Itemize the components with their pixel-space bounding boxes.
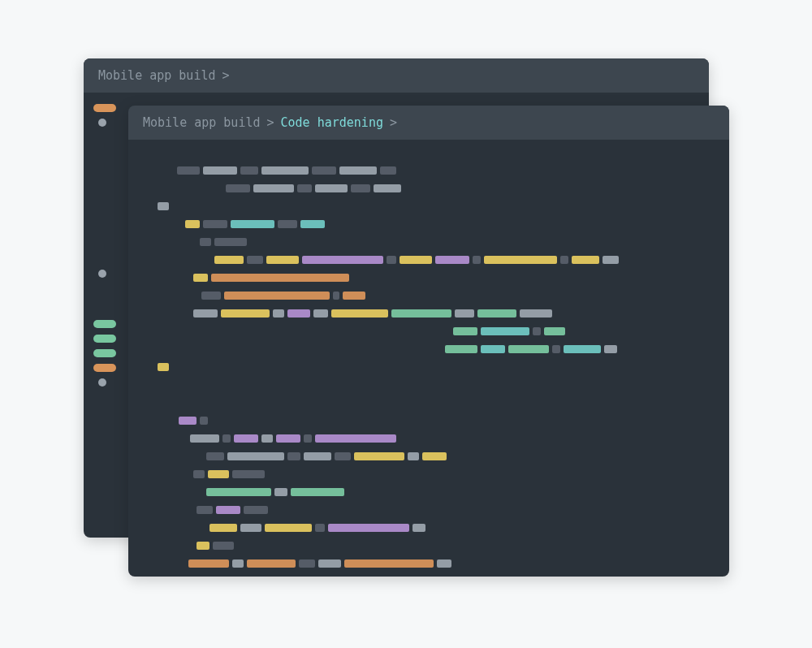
code-token bbox=[190, 434, 219, 443]
code-token bbox=[408, 452, 419, 460]
code-token bbox=[266, 256, 299, 264]
breadcrumb-item-active[interactable]: Code hardening bbox=[281, 115, 383, 130]
code-token bbox=[209, 524, 237, 532]
code-token bbox=[437, 559, 451, 568]
code-row bbox=[158, 307, 711, 320]
code-token bbox=[318, 559, 341, 568]
code-token bbox=[315, 434, 396, 443]
code-token bbox=[354, 452, 404, 460]
code-token bbox=[206, 452, 224, 460]
code-token bbox=[533, 327, 541, 335]
code-token bbox=[222, 434, 231, 443]
titlebar: Mobile app build > bbox=[84, 58, 709, 93]
status-pill bbox=[93, 335, 116, 343]
code-row bbox=[158, 343, 711, 356]
code-token bbox=[208, 470, 229, 478]
code-row bbox=[158, 218, 711, 231]
code-token bbox=[234, 434, 258, 443]
code-token bbox=[552, 345, 560, 353]
code-token bbox=[265, 524, 312, 532]
log-body bbox=[128, 140, 729, 572]
breadcrumb[interactable]: Mobile app build > bbox=[98, 68, 230, 83]
code-token bbox=[351, 184, 370, 192]
code-token bbox=[380, 166, 396, 175]
code-token bbox=[211, 274, 349, 282]
code-row bbox=[158, 414, 711, 427]
code-token bbox=[247, 256, 263, 264]
code-token bbox=[206, 488, 271, 496]
code-row bbox=[158, 200, 711, 213]
code-token bbox=[214, 256, 244, 264]
code-token bbox=[564, 345, 601, 353]
code-token bbox=[177, 166, 200, 175]
code-token bbox=[391, 309, 451, 318]
code-token bbox=[481, 327, 529, 335]
breadcrumb-item[interactable]: Mobile app build bbox=[143, 115, 261, 130]
chevron-right-icon: > bbox=[390, 115, 397, 130]
code-token bbox=[278, 220, 297, 228]
code-token bbox=[273, 309, 284, 318]
code-row bbox=[158, 503, 711, 516]
status-pill bbox=[93, 104, 116, 112]
code-token bbox=[276, 434, 300, 443]
breadcrumb-item[interactable]: Mobile app build bbox=[98, 68, 216, 83]
code-token bbox=[374, 184, 401, 192]
code-token bbox=[508, 345, 549, 353]
code-token bbox=[300, 220, 325, 228]
code-token bbox=[188, 559, 229, 568]
code-token bbox=[247, 559, 296, 568]
code-token bbox=[453, 327, 477, 335]
code-token bbox=[484, 256, 557, 264]
code-token bbox=[455, 309, 474, 318]
code-token bbox=[435, 256, 469, 264]
code-row bbox=[158, 468, 711, 481]
code-token bbox=[304, 452, 331, 460]
status-pill bbox=[93, 349, 116, 357]
code-token bbox=[240, 166, 258, 175]
code-token bbox=[302, 256, 383, 264]
code-token bbox=[158, 202, 169, 210]
code-token bbox=[197, 542, 209, 550]
code-row bbox=[158, 450, 711, 463]
code-token bbox=[344, 559, 434, 568]
status-dot bbox=[98, 378, 106, 387]
code-token bbox=[339, 166, 377, 175]
code-token bbox=[261, 166, 309, 175]
code-token bbox=[203, 166, 237, 175]
code-token bbox=[287, 309, 310, 318]
code-token bbox=[193, 470, 205, 478]
code-token bbox=[214, 238, 247, 246]
code-token bbox=[422, 452, 447, 460]
code-token bbox=[315, 524, 325, 532]
code-token bbox=[291, 488, 344, 496]
code-token bbox=[473, 256, 481, 264]
code-row bbox=[158, 486, 711, 499]
code-token bbox=[232, 470, 265, 478]
code-row bbox=[158, 432, 711, 445]
obfuscated-code bbox=[138, 154, 719, 577]
code-token bbox=[387, 256, 396, 264]
code-token bbox=[299, 559, 315, 568]
code-token bbox=[193, 274, 208, 282]
code-token bbox=[227, 452, 284, 460]
code-token bbox=[477, 309, 516, 318]
code-token bbox=[261, 434, 273, 443]
code-token bbox=[315, 184, 348, 192]
code-token bbox=[158, 363, 169, 371]
code-token bbox=[224, 292, 330, 300]
code-token bbox=[240, 524, 261, 532]
breadcrumb[interactable]: Mobile app build > Code hardening > bbox=[143, 115, 397, 130]
code-token bbox=[221, 309, 270, 318]
code-token bbox=[520, 309, 552, 318]
code-row bbox=[158, 557, 711, 570]
status-dot bbox=[98, 119, 106, 127]
code-row bbox=[158, 235, 711, 248]
code-token bbox=[200, 238, 211, 246]
code-row bbox=[158, 396, 711, 409]
code-token bbox=[274, 488, 287, 496]
chevron-right-icon: > bbox=[222, 68, 230, 83]
code-token bbox=[185, 220, 200, 228]
code-token bbox=[226, 184, 250, 192]
code-token bbox=[603, 256, 619, 264]
code-token bbox=[216, 506, 240, 514]
